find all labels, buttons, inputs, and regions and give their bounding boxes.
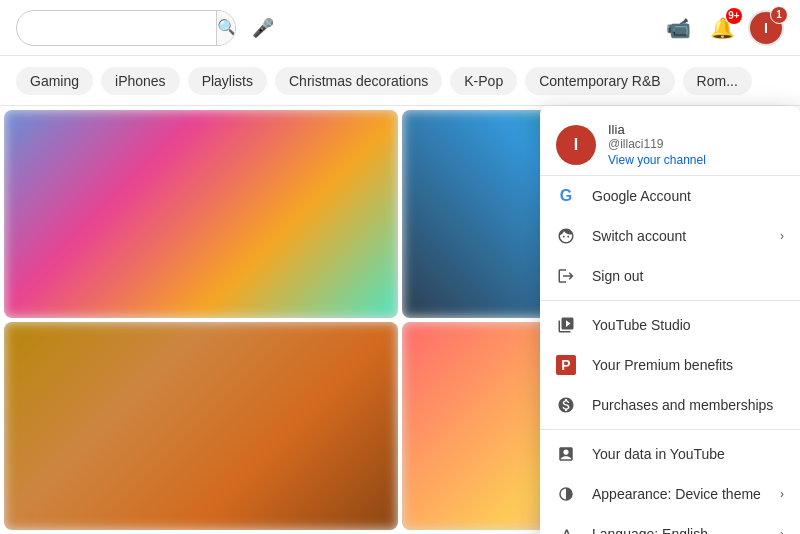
switch-account-icon	[556, 226, 576, 246]
chip-rom[interactable]: Rom...	[683, 67, 752, 95]
chips-bar: Gaming iPhones Playlists Christmas decor…	[0, 56, 800, 106]
purchases-label: Purchases and memberships	[592, 397, 784, 413]
chip-kpop[interactable]: K-Pop	[450, 67, 517, 95]
notification-wrapper: 🔔 9+	[704, 10, 740, 46]
chip-christmas[interactable]: Christmas decorations	[275, 67, 442, 95]
header: 🔍 🎤 📹 🔔 9+ I 1	[0, 0, 800, 56]
video-thumb-3[interactable]	[4, 322, 398, 530]
dropdown-user-info: Ilia @illaci119 View your channel	[608, 122, 706, 167]
menu-item-switch-account[interactable]: Switch account ›	[540, 216, 800, 256]
premium-label: Your Premium benefits	[592, 357, 784, 373]
divider-1	[540, 300, 800, 301]
chip-gaming[interactable]: Gaming	[16, 67, 93, 95]
mic-button[interactable]: 🎤	[252, 17, 274, 39]
dropdown-header: I Ilia @illaci119 View your channel	[540, 106, 800, 176]
your-data-label: Your data in YouTube	[592, 446, 784, 462]
youtube-studio-label: YouTube Studio	[592, 317, 784, 333]
menu-item-language[interactable]: A̲ Language: English ›	[540, 514, 800, 534]
menu-item-appearance[interactable]: Appearance: Device theme ›	[540, 474, 800, 514]
chevron-right-icon: ›	[780, 527, 784, 534]
main-content: I Ilia @illaci119 View your channel G Go…	[0, 106, 800, 534]
switch-account-label: Switch account	[592, 228, 764, 244]
language-label: Language: English	[592, 526, 764, 534]
chip-iphones[interactable]: iPhones	[101, 67, 180, 95]
avatar-wrapper: I 1	[748, 10, 784, 46]
menu-item-youtube-studio[interactable]: YouTube Studio	[540, 305, 800, 345]
appearance-label: Appearance: Device theme	[592, 486, 764, 502]
menu-item-your-data[interactable]: Your data in YouTube	[540, 434, 800, 474]
video-thumb-1[interactable]	[4, 110, 398, 318]
view-channel-link[interactable]: View your channel	[608, 153, 706, 167]
header-right: 📹 🔔 9+ I 1	[660, 10, 784, 46]
chip-contemporary[interactable]: Contemporary R&B	[525, 67, 674, 95]
step1-badge: 1	[770, 6, 788, 24]
chevron-right-icon: ›	[780, 229, 784, 243]
divider-2	[540, 429, 800, 430]
language-icon: A̲	[556, 524, 576, 534]
menu-item-google-account[interactable]: G Google Account	[540, 176, 800, 216]
chip-playlists[interactable]: Playlists	[188, 67, 267, 95]
purchases-icon	[556, 395, 576, 415]
appearance-icon	[556, 484, 576, 504]
premium-icon: P	[556, 355, 576, 375]
dropdown-username: Ilia	[608, 122, 706, 137]
create-button[interactable]: 📹	[660, 10, 696, 46]
your-data-icon	[556, 444, 576, 464]
header-left: 🔍 🎤	[16, 10, 274, 46]
dropdown-handle: @illaci119	[608, 137, 706, 151]
youtube-studio-icon	[556, 315, 576, 335]
sign-out-icon	[556, 266, 576, 286]
google-account-label: Google Account	[592, 188, 784, 204]
user-dropdown: I Ilia @illaci119 View your channel G Go…	[540, 106, 800, 534]
dropdown-avatar: I	[556, 125, 596, 165]
search-bar: 🔍	[16, 10, 236, 46]
notification-badge: 9+	[726, 8, 742, 24]
menu-item-premium[interactable]: P Your Premium benefits	[540, 345, 800, 385]
mic-icon: 🎤	[252, 18, 274, 38]
menu-item-purchases[interactable]: Purchases and memberships	[540, 385, 800, 425]
menu-item-sign-out[interactable]: Sign out	[540, 256, 800, 296]
chevron-right-icon: ›	[780, 487, 784, 501]
search-icon: 🔍	[217, 18, 236, 37]
search-button[interactable]: 🔍	[216, 10, 236, 46]
create-icon: 📹	[666, 16, 691, 40]
google-icon: G	[556, 186, 576, 206]
sign-out-label: Sign out	[592, 268, 784, 284]
search-input[interactable]	[17, 20, 216, 36]
